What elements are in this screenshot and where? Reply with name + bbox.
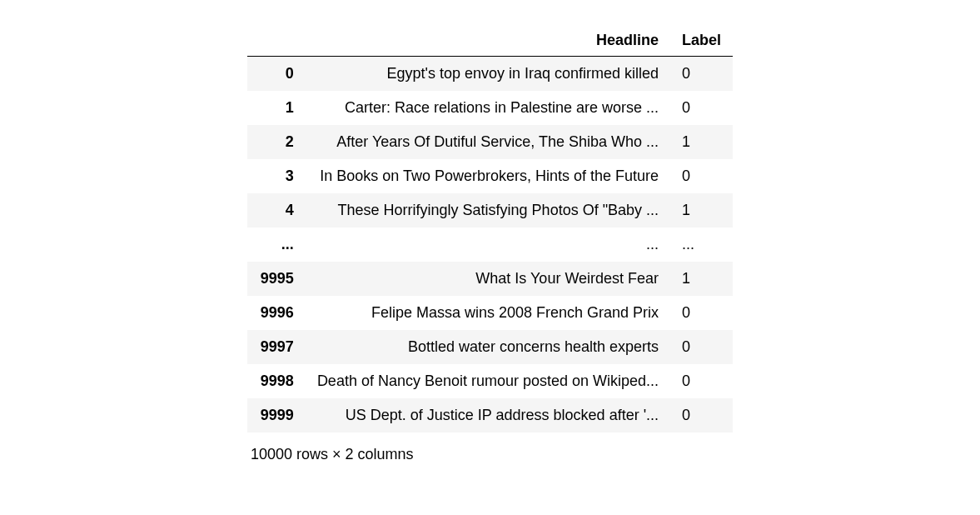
column-header-headline: Headline	[306, 25, 670, 57]
cell-headline: US Dept. of Justice IP address blocked a…	[306, 398, 670, 432]
table-row: 9999 US Dept. of Justice IP address bloc…	[247, 398, 733, 432]
cell-label: 0	[670, 91, 733, 125]
table-header-row: Headline Label	[247, 25, 733, 57]
row-index: 9995	[247, 262, 306, 296]
cell-headline: Death of Nancy Benoit rumour posted on W…	[306, 364, 670, 398]
cell-label: 1	[670, 262, 733, 296]
dataframe-table: Headline Label 0 Egypt's top envoy in Ir…	[247, 25, 733, 432]
index-header	[247, 25, 306, 57]
cell-headline: What Is Your Weirdest Fear	[306, 262, 670, 296]
cell-headline: Egypt's top envoy in Iraq confirmed kill…	[306, 57, 670, 92]
table-row: 9997 Bottled water concerns health exper…	[247, 330, 733, 364]
table-row: 9998 Death of Nancy Benoit rumour posted…	[247, 364, 733, 398]
table-body: 0 Egypt's top envoy in Iraq confirmed ki…	[247, 57, 733, 433]
row-index: 1	[247, 91, 306, 125]
cell-label: 0	[670, 57, 733, 92]
cell-headline: Carter: Race relations in Palestine are …	[306, 91, 670, 125]
row-index: ...	[247, 228, 306, 262]
cell-label: 0	[670, 364, 733, 398]
cell-label: 0	[670, 296, 733, 330]
cell-headline: ...	[306, 228, 670, 262]
cell-label: 0	[670, 330, 733, 364]
cell-label: ...	[670, 228, 733, 262]
table-row: 9995 What Is Your Weirdest Fear 1	[247, 262, 733, 296]
row-index: 9996	[247, 296, 306, 330]
table-row: 3 In Books on Two Powerbrokers, Hints of…	[247, 159, 733, 193]
cell-headline: These Horrifyingly Satisfying Photos Of …	[306, 193, 670, 228]
table-row: 1 Carter: Race relations in Palestine ar…	[247, 91, 733, 125]
row-index: 4	[247, 193, 306, 228]
table-row: 2 After Years Of Dutiful Service, The Sh…	[247, 125, 733, 159]
table-row: 4 These Horrifyingly Satisfying Photos O…	[247, 193, 733, 228]
table-row: 0 Egypt's top envoy in Iraq confirmed ki…	[247, 57, 733, 92]
cell-label: 0	[670, 159, 733, 193]
table-row: 9996 Felipe Massa wins 2008 French Grand…	[247, 296, 733, 330]
row-index: 9998	[247, 364, 306, 398]
row-index: 3	[247, 159, 306, 193]
dataframe-container: Headline Label 0 Egypt's top envoy in Ir…	[247, 25, 733, 463]
row-index: 9997	[247, 330, 306, 364]
cell-label: 0	[670, 398, 733, 432]
cell-label: 1	[670, 125, 733, 159]
row-index: 2	[247, 125, 306, 159]
cell-headline: After Years Of Dutiful Service, The Shib…	[306, 125, 670, 159]
cell-headline: Felipe Massa wins 2008 French Grand Prix	[306, 296, 670, 330]
cell-headline: Bottled water concerns health experts	[306, 330, 670, 364]
row-index: 0	[247, 57, 306, 92]
row-index: 9999	[247, 398, 306, 432]
cell-label: 1	[670, 193, 733, 228]
table-row-ellipsis: ... ... ...	[247, 228, 733, 262]
column-header-label: Label	[670, 25, 733, 57]
cell-headline: In Books on Two Powerbrokers, Hints of t…	[306, 159, 670, 193]
dataframe-shape-caption: 10000 rows × 2 columns	[247, 446, 733, 463]
